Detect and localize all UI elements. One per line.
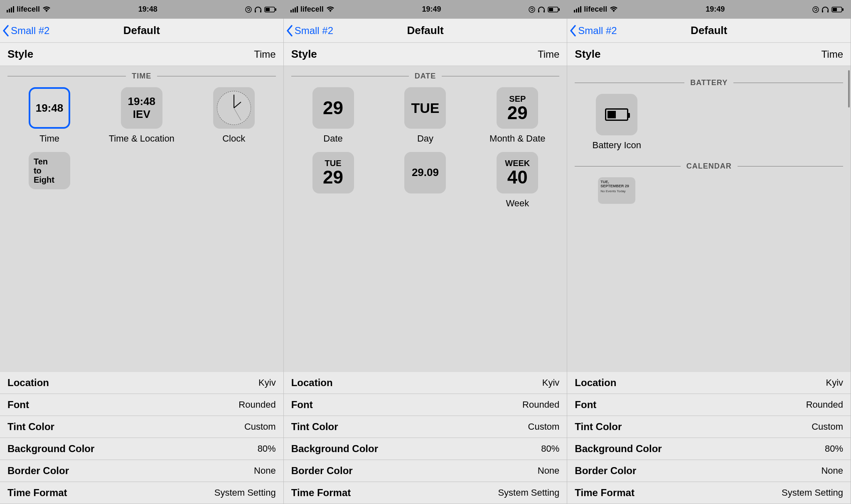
status-time: 19:48 xyxy=(138,5,157,14)
setting-background-color[interactable]: Background Color80% xyxy=(567,438,851,460)
setting-time-format[interactable]: Time FormatSystem Setting xyxy=(284,482,567,504)
style-option-day[interactable]: TUE Day xyxy=(379,85,472,149)
status-right xyxy=(245,6,277,13)
setting-tint-color[interactable]: Tint ColorCustom xyxy=(567,416,851,438)
setting-font[interactable]: FontRounded xyxy=(0,394,283,416)
tile-day: TUE xyxy=(404,87,446,129)
status-right xyxy=(812,6,844,13)
style-label: Style xyxy=(7,48,33,61)
svg-rect-8 xyxy=(544,10,545,12)
svg-rect-2 xyxy=(260,10,261,12)
svg-rect-13 xyxy=(822,10,823,12)
headphones-icon xyxy=(254,6,262,13)
scroll-indicator xyxy=(848,70,850,108)
setting-location[interactable]: LocationKyiv xyxy=(567,372,851,394)
tile-mmdd: 29.09 xyxy=(404,152,446,193)
style-row[interactable]: Style Time xyxy=(0,43,283,66)
style-option-mmdd[interactable]: 29.09 xyxy=(379,149,472,214)
svg-rect-11 xyxy=(558,8,560,11)
style-option-month-date[interactable]: SEP 29 Month & Date xyxy=(471,85,563,149)
status-bar: lifecell 19:49 xyxy=(567,0,851,19)
battery-icon xyxy=(264,7,277,12)
style-option-time-location[interactable]: 19:48 IEV Time & Location xyxy=(96,85,188,149)
setting-font[interactable]: FontRounded xyxy=(567,394,851,416)
headphones-icon xyxy=(538,6,545,13)
setting-border-color[interactable]: Border ColorNone xyxy=(567,460,851,482)
style-option-day-date[interactable]: TUE 29 xyxy=(287,149,379,214)
page-title: Default xyxy=(123,24,160,37)
panel-1: lifecell 19:48 Small #2 Default Style Ti… xyxy=(0,19,284,504)
back-button[interactable]: Small #2 xyxy=(567,25,617,37)
chevron-left-icon xyxy=(286,25,294,37)
style-option-date[interactable]: 29 Date xyxy=(287,85,379,149)
svg-rect-7 xyxy=(538,10,539,12)
status-time: 19:49 xyxy=(706,5,725,14)
style-row[interactable]: Style Time xyxy=(567,43,851,66)
tile-month-date: SEP 29 xyxy=(497,87,538,129)
tile-time: 19:48 xyxy=(29,87,70,129)
panel-3: lifecell 19:49 Small #2 Default Style Ti… xyxy=(567,19,851,504)
setting-border-color[interactable]: Border ColorNone xyxy=(0,460,283,482)
carrier-label: lifecell xyxy=(584,5,607,14)
style-option-battery-icon[interactable]: Battery Icon xyxy=(571,91,663,156)
style-option-week[interactable]: WEEK 40 Week xyxy=(471,149,563,214)
style-scroll[interactable]: BATTERY Battery Icon CALENDAR TUE, SEPTE… xyxy=(567,66,851,372)
setting-border-color[interactable]: Border ColorNone xyxy=(284,460,567,482)
setting-tint-color[interactable]: Tint ColorCustom xyxy=(284,416,567,438)
svg-point-0 xyxy=(246,7,251,12)
style-scroll[interactable]: TIME 19:48 Time 19:48 IEV Time & Locatio… xyxy=(0,66,283,372)
battery-icon xyxy=(548,7,560,12)
section-header-date: DATE xyxy=(291,72,560,81)
svg-rect-14 xyxy=(827,10,829,12)
signal-icon xyxy=(7,6,14,12)
svg-point-6 xyxy=(529,7,535,12)
settings-list: LocationKyiv FontRounded Tint ColorCusto… xyxy=(0,372,283,504)
section-header-battery: BATTERY xyxy=(575,78,843,87)
page-title: Default xyxy=(407,24,443,37)
panel-2: lifecell 19:49 Small #2 Default Style Ti… xyxy=(284,19,568,504)
svg-rect-16 xyxy=(833,8,837,11)
back-button[interactable]: Small #2 xyxy=(0,25,49,37)
style-option-calendar[interactable]: TUE, SEPTEMBER 29 No Events Today xyxy=(571,175,663,209)
setting-font[interactable]: FontRounded xyxy=(284,394,567,416)
svg-rect-4 xyxy=(266,8,270,11)
section-header-time: TIME xyxy=(7,72,276,81)
status-bar: lifecell 19:48 xyxy=(0,0,283,19)
signal-icon xyxy=(290,6,298,12)
orientation-lock-icon xyxy=(529,6,535,13)
tile-day-date: TUE 29 xyxy=(312,152,354,193)
style-label: Style xyxy=(291,48,317,61)
style-scroll[interactable]: DATE 29 Date TUE Day SEP 29 Month & Date… xyxy=(284,66,567,372)
carrier-label: lifecell xyxy=(300,5,324,14)
battery-level-icon xyxy=(605,108,628,121)
style-option-fuzzy-time[interactable]: Ten to Eight xyxy=(3,149,96,194)
style-grid: 19:48 Time 19:48 IEV Time & Location Clo… xyxy=(0,85,283,194)
back-label: Small #2 xyxy=(295,25,333,37)
svg-rect-1 xyxy=(255,10,256,12)
setting-tint-color[interactable]: Tint ColorCustom xyxy=(0,416,283,438)
style-label: Style xyxy=(575,48,600,61)
setting-background-color[interactable]: Background Color80% xyxy=(284,438,567,460)
tile-time-location: 19:48 IEV xyxy=(121,87,162,129)
chevron-left-icon xyxy=(570,25,577,37)
wifi-icon xyxy=(42,6,51,13)
style-option-time[interactable]: 19:48 Time xyxy=(3,85,96,149)
page-title: Default xyxy=(691,24,727,37)
style-value: Time xyxy=(821,49,843,60)
setting-location[interactable]: LocationKyiv xyxy=(284,372,567,394)
tile-week: WEEK 40 xyxy=(497,152,538,193)
setting-background-color[interactable]: Background Color80% xyxy=(0,438,283,460)
tile-calendar: TUE, SEPTEMBER 29 No Events Today xyxy=(598,177,635,204)
back-label: Small #2 xyxy=(11,25,49,37)
setting-time-format[interactable]: Time FormatSystem Setting xyxy=(0,482,283,504)
nav-bar: Small #2 Default xyxy=(0,19,283,43)
style-option-clock[interactable]: Clock xyxy=(188,85,280,149)
tile-date: 29 xyxy=(312,87,354,129)
wifi-icon xyxy=(326,6,334,13)
setting-location[interactable]: LocationKyiv xyxy=(0,372,283,394)
style-value: Time xyxy=(538,49,559,60)
back-button[interactable]: Small #2 xyxy=(284,25,333,37)
style-row[interactable]: Style Time xyxy=(284,43,567,66)
setting-time-format[interactable]: Time FormatSystem Setting xyxy=(567,482,851,504)
tile-fuzzy: Ten to Eight xyxy=(29,152,70,189)
